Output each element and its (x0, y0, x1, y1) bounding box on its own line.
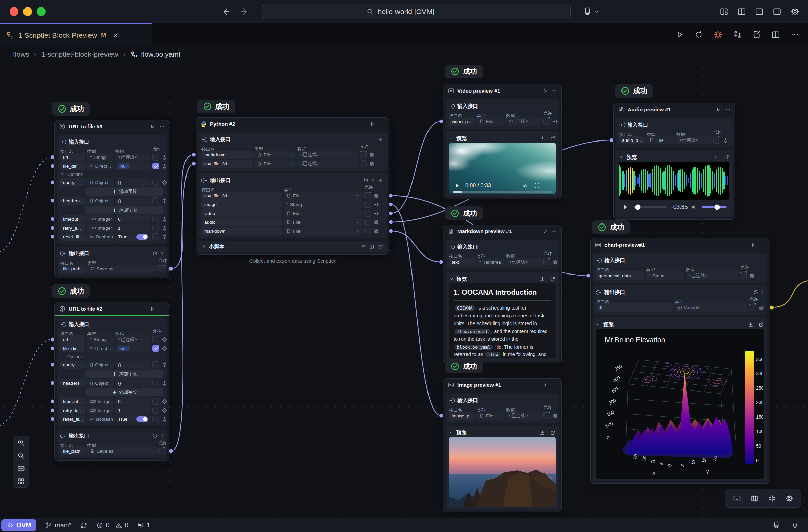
run-node-icon[interactable] (150, 306, 155, 312)
port-gear-icon[interactable] (749, 273, 755, 279)
ports-indicator[interactable]: 1 (137, 521, 150, 529)
port-name-field[interactable]: headers (60, 197, 85, 205)
output-port-dot[interactable] (169, 449, 173, 453)
split-rows-icon[interactable] (755, 7, 764, 16)
input-port-dot[interactable] (51, 199, 54, 203)
run-node-icon[interactable] (150, 124, 155, 129)
port-name-field[interactable]: query (60, 178, 85, 186)
allow-null-checkbox[interactable] (152, 197, 159, 204)
port-name-field[interactable]: text (449, 258, 475, 266)
output-port-dot[interactable] (389, 212, 393, 215)
volume-slider[interactable] (702, 206, 727, 208)
add-field-button[interactable]: 添加字段 (85, 206, 163, 214)
port-gear-icon[interactable] (162, 216, 167, 222)
download-icon[interactable] (748, 322, 754, 328)
input-port-dot[interactable] (51, 217, 54, 221)
tab-scriptlet-block-preview[interactable]: 1 Scriptlet Block Preview M (0, 23, 152, 46)
input-port-dot[interactable] (51, 347, 54, 350)
breadcrumb-file[interactable]: flow.oo.yaml (130, 50, 180, 59)
port-name-field[interactable]: df (596, 303, 673, 312)
port-type-field[interactable]: Direct... (87, 344, 114, 352)
git-branch-indicator[interactable]: main* (45, 521, 71, 529)
port-type-field[interactable]: { }Object (87, 197, 114, 205)
input-port-dot[interactable] (586, 274, 590, 278)
download-icon[interactable] (539, 136, 545, 142)
open-external-icon[interactable] (724, 154, 729, 160)
allow-null-checkbox[interactable] (152, 361, 159, 368)
port-type-field[interactable]: ●○Boolean (87, 233, 114, 241)
port-name-field[interactable]: file_dir (60, 344, 85, 352)
breadcrumb-flows[interactable]: flows (13, 50, 29, 59)
input-port-dot[interactable] (51, 235, 54, 239)
port-gear-icon[interactable] (162, 408, 167, 413)
history-icon[interactable] (152, 433, 158, 438)
fit-view-icon[interactable] (767, 494, 776, 503)
allow-null-checkbox[interactable] (543, 259, 550, 265)
allow-null-checkbox[interactable] (152, 416, 159, 422)
node-header[interactable]: chart-preview#1 (591, 238, 770, 251)
port-name-field[interactable]: retry_ti... (60, 406, 85, 414)
markdown-rendered-content[interactable]: 1. OOCANA Introduction OOCANA is a sched… (449, 283, 556, 358)
port-type-field[interactable]: 123Integer (87, 215, 114, 223)
allow-null-checkbox[interactable] (152, 225, 159, 231)
rerun-icon[interactable] (694, 30, 703, 39)
allow-null-checkbox[interactable] (364, 192, 371, 199)
input-port-dot[interactable] (610, 138, 613, 142)
port-name-field[interactable]: markdown (201, 151, 253, 159)
run-node-icon[interactable] (542, 229, 548, 234)
notifications-bell-icon[interactable] (791, 521, 799, 529)
port-data-field[interactable]: True (115, 415, 151, 423)
boolean-toggle[interactable] (136, 416, 148, 422)
port-type-field[interactable]: “String (87, 153, 114, 161)
open-external-icon[interactable] (378, 244, 383, 249)
port-gear-icon[interactable] (373, 219, 379, 225)
git-compare-icon[interactable] (733, 30, 742, 39)
layout-dashboard-icon[interactable] (720, 7, 728, 16)
port-gear-icon[interactable] (552, 413, 558, 419)
open-external-icon[interactable] (550, 276, 556, 282)
video-player[interactable]: 0:00 / 0:33 (449, 143, 556, 194)
port-type-field[interactable]: File (476, 117, 504, 126)
chevron-down-icon[interactable] (449, 136, 454, 141)
port-name-field[interactable]: markdown (201, 227, 282, 235)
port-data-field[interactable]: 0 (115, 397, 151, 405)
input-port-dot[interactable] (51, 409, 54, 412)
play-button-icon[interactable] (622, 203, 629, 211)
allow-null-checkbox[interactable] (740, 272, 747, 279)
port-name-field[interactable]: reset_fil... (60, 415, 85, 423)
node-menu-icon[interactable] (552, 88, 557, 94)
port-data-field[interactable]: <已连线> (676, 136, 712, 144)
output-port-dot[interactable] (770, 306, 774, 310)
port-name-field[interactable]: timeout (60, 215, 85, 223)
run-node-icon[interactable] (750, 242, 756, 248)
allow-null-checkbox[interactable] (152, 380, 159, 386)
output-port-dot[interactable] (169, 267, 173, 271)
port-type-field[interactable]: 123Integer (87, 224, 114, 232)
port-gear-icon[interactable] (552, 259, 558, 265)
command-search-bar[interactable] (262, 4, 571, 19)
port-data-field[interactable]: <已连线> (297, 160, 358, 168)
port-name-field[interactable]: file_dir (60, 162, 85, 170)
video-progress-bar[interactable] (453, 191, 552, 193)
download-icon[interactable] (713, 154, 719, 160)
run-play-icon[interactable] (675, 30, 684, 39)
volume-icon[interactable] (692, 204, 697, 211)
fullscreen-icon[interactable] (534, 183, 540, 189)
chevron-down-icon[interactable] (449, 277, 454, 281)
port-name-field[interactable]: video (201, 209, 282, 217)
port-name-field[interactable]: file_path (60, 447, 85, 455)
port-name-field[interactable]: file_path (60, 265, 85, 273)
window-close-button[interactable] (10, 7, 18, 16)
ovm-environment-button[interactable]: OVM (1, 519, 36, 531)
allow-null-checkbox[interactable] (360, 160, 367, 167)
sync-button[interactable] (80, 522, 87, 529)
input-port-dot[interactable] (51, 363, 54, 367)
port-gear-icon[interactable] (373, 202, 379, 207)
boolean-toggle[interactable] (136, 234, 148, 240)
input-port-dot[interactable] (439, 414, 443, 418)
book-icon[interactable] (369, 244, 374, 249)
node-python-2[interactable]: Python #2 输入接口 接口名类型数据允许 null markdown F… (196, 117, 389, 255)
port-data-field[interactable]: 1 (115, 224, 151, 232)
allow-null-checkbox[interactable] (364, 210, 371, 217)
history-icon[interactable] (753, 289, 758, 295)
